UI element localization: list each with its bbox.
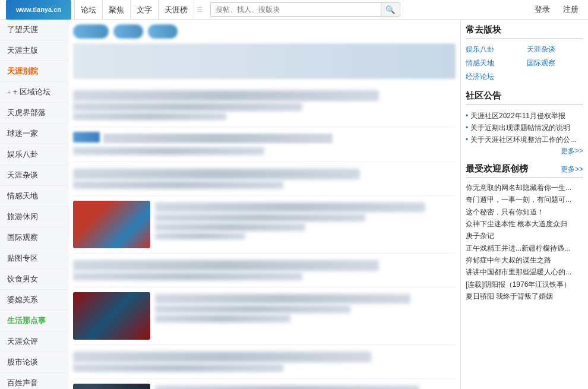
sidebar-item-12[interactable]: 饮食男女 [0, 269, 68, 290]
content-thumbnail-2 [73, 292, 150, 340]
announce-item-3[interactable]: 关于天涯社区环境整治工作的公... [466, 134, 583, 146]
content-item-1 [73, 84, 456, 127]
popular-item-8[interactable]: [连载]阴阳报（1976年江汉铁事） [466, 279, 583, 290]
featured-tabs [73, 24, 456, 39]
popular-item-7[interactable]: 讲讲中国都市里那些温暖人心的... [466, 266, 583, 278]
rp-link-entertainment[interactable]: 娱乐八卦 [466, 44, 522, 55]
sidebar-item-13[interactable]: 婆媳关系 [0, 290, 68, 311]
popular-item-4[interactable]: 庚子杂记 [466, 230, 583, 242]
popular-item-3[interactable]: 众神下尘迷本性 根本大道度众归 [466, 218, 583, 230]
rp-link-misc[interactable]: 天涯杂谈 [527, 44, 583, 55]
content-item-2 [73, 127, 456, 162]
common-sections-title: 常去版块 [466, 24, 583, 39]
blur-row [73, 169, 360, 179]
popular-item-9[interactable]: 夏日骄阳 我终于背叛了婚姻 [466, 290, 583, 302]
header: www.tianya.cn 论坛 聚焦 文字 天涯榜 ≡ 🔍 登录 注册 [0, 0, 588, 20]
popular-item-2[interactable]: 这个秘密，只有你知道！ [466, 206, 583, 218]
content-item-thumb-1 [73, 196, 456, 254]
search-icon: 🔍 [385, 5, 396, 14]
site-logo[interactable]: www.tianya.cn [6, 0, 71, 20]
blur-row [73, 113, 226, 120]
content-text-3 [155, 384, 456, 389]
popular-header: 最受欢迎原创榜 更多>> [466, 163, 583, 178]
nav-menu-icon[interactable]: ≡ [194, 4, 206, 16]
content-text-2 [155, 292, 456, 324]
tab-new[interactable] [148, 24, 178, 39]
search-input[interactable] [211, 3, 381, 16]
blur-row [73, 181, 283, 189]
announce-item-2[interactable]: 关于近期出现课题帖情况的说明 [466, 122, 583, 134]
announce-title: 社区公告 [466, 90, 583, 105]
content-thumbnail-3 [73, 384, 150, 389]
main-nav: 论坛 聚焦 文字 天涯榜 ≡ [74, 0, 206, 20]
blur-row [73, 273, 302, 280]
blur-row [103, 134, 333, 143]
register-button[interactable]: 注册 [559, 3, 582, 16]
common-sections: 常去版块 娱乐八卦 天涯杂谈 情感天地 国际观察 经济论坛 [466, 24, 583, 83]
sidebar-item-15[interactable]: 天涯众评 [0, 331, 68, 352]
blur-row [73, 103, 302, 111]
common-links-grid: 娱乐八卦 天涯杂谈 情感天地 国际观察 经济论坛 [466, 44, 583, 83]
content-area [68, 20, 460, 389]
popular-item-1[interactable]: 奇门遁甲，一事一刻，有问题可... [466, 194, 583, 205]
sidebar-item-16[interactable]: 股市论谈 [0, 352, 68, 373]
rp-link-emotion[interactable]: 情感天地 [466, 58, 522, 69]
thumb-image-1 [73, 201, 150, 248]
sidebar-item-4[interactable]: 天虎界部落 [0, 103, 68, 124]
nav-text[interactable]: 文字 [131, 0, 159, 20]
nav-forum[interactable]: 论坛 [74, 0, 103, 20]
login-button[interactable]: 登录 [531, 3, 554, 16]
sidebar-item-5[interactable]: 球迷一家 [0, 124, 68, 144]
sidebar-item-3[interactable]: + 区域论坛 [0, 82, 68, 103]
tag-badge [73, 132, 100, 143]
sidebar-item-10[interactable]: 国际观察 [0, 227, 68, 248]
content-item-thumb-3 [73, 379, 456, 389]
content-item-thumb-2 [73, 287, 456, 345]
sidebar-item-11[interactable]: 贴图专区 [0, 248, 68, 269]
sidebar-item-14[interactable]: 生活那点事 [0, 311, 68, 331]
sidebar-item-2[interactable]: 天涯别院 [0, 61, 68, 82]
popular-item-6[interactable]: 抑郁症中年大叔的谋生之路 [466, 254, 583, 266]
content-item-3 [73, 162, 456, 196]
sidebar-item-17[interactable]: 百姓声音 [0, 373, 68, 389]
rp-link-intl[interactable]: 国际观察 [527, 58, 583, 69]
search-area: 🔍 [210, 2, 400, 17]
rp-link-economy[interactable]: 经济论坛 [466, 71, 522, 83]
announcements-section: 社区公告 天涯社区2022年11月侵权举报 关于近期出现课题帖情况的说明 关于天… [466, 90, 583, 156]
sidebar-item-1[interactable]: 天涯主版 [0, 40, 68, 61]
announce-more[interactable]: 更多>> [466, 146, 583, 156]
content-item-5 [73, 345, 456, 379]
sidebar-item-7[interactable]: 天涯杂谈 [0, 165, 68, 186]
nav-rank[interactable]: 天涯榜 [159, 0, 194, 20]
tab-hot[interactable] [113, 24, 143, 39]
popular-item-0[interactable]: 你无意取的网名却隐藏着你一生... [466, 182, 583, 194]
main-layout: 了望天涯天涯主版天涯别院+ 区域论坛天虎界部落球迷一家娱乐八卦天涯杂谈情感天地旅… [0, 20, 588, 389]
popular-more[interactable]: 更多>> [561, 165, 583, 175]
logo-area: www.tianya.cn [6, 0, 71, 20]
popular-section: 最受欢迎原创榜 更多>> 你无意取的网名却隐藏着你一生... 奇门遁甲，一事一刻… [466, 163, 583, 303]
blur-row [73, 90, 379, 101]
sidebar-item-8[interactable]: 情感天地 [0, 186, 68, 207]
popular-title: 最受欢迎原创榜 [466, 163, 528, 175]
popular-item-5[interactable]: 正午戏精王并进...新疆柠檬待遇... [466, 242, 583, 254]
search-button[interactable]: 🔍 [381, 3, 400, 16]
right-panel: 常去版块 娱乐八卦 天涯杂谈 情感天地 国际观察 经济论坛 社区公告 天涯社区2… [460, 20, 588, 389]
tab-recommend[interactable] [73, 24, 109, 39]
blur-row [73, 260, 379, 271]
announce-item-1[interactable]: 天涯社区2022年11月侵权举报 [466, 110, 583, 122]
header-right: 登录 注册 [531, 3, 582, 16]
content-thumbnail-1 [73, 201, 150, 248]
nav-focus[interactable]: 聚焦 [103, 0, 131, 20]
sidebar: 了望天涯天涯主版天涯别院+ 区域论坛天虎界部落球迷一家娱乐八卦天涯杂谈情感天地旅… [0, 20, 68, 389]
sidebar-item-6[interactable]: 娱乐八卦 [0, 144, 68, 165]
blur-row [73, 147, 264, 155]
content-text-1 [155, 201, 456, 241]
content-item-4 [73, 254, 456, 287]
featured-banner [73, 43, 456, 79]
sidebar-item-9[interactable]: 旅游休闲 [0, 207, 68, 227]
sidebar-item-0[interactable]: 了望天涯 [0, 20, 68, 40]
